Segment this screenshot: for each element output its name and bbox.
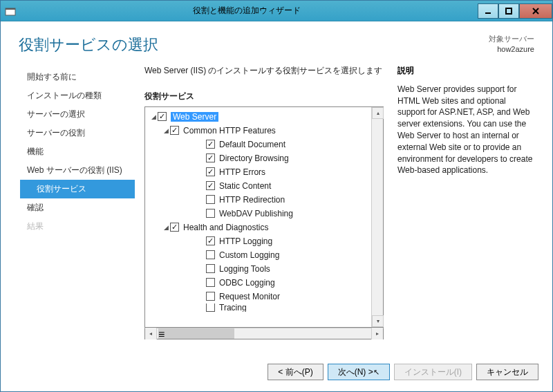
checkbox[interactable]: ✓ xyxy=(170,126,179,135)
expander-icon[interactable]: ◢ xyxy=(149,113,158,120)
tree-node-label[interactable]: HTTP Redirection xyxy=(219,195,285,205)
window-buttons xyxy=(478,3,552,19)
checkbox[interactable]: ✓ xyxy=(158,112,167,121)
description-body: Web Server provides support for HTML Web… xyxy=(397,84,536,176)
tree-node-label[interactable]: Default Document xyxy=(219,140,285,149)
roles-heading: 役割サービス xyxy=(144,91,384,102)
tree-row[interactable]: WebDAV Publishing xyxy=(145,207,371,221)
titlebar: 役割と機能の追加ウィザード xyxy=(1,1,552,21)
tree-node-label[interactable]: Request Monitor xyxy=(219,292,280,301)
tree-node-label[interactable]: Directory Browsing xyxy=(219,153,289,163)
scroll-left-arrow[interactable]: ◂ xyxy=(145,328,157,339)
tree-node-label[interactable]: Static Content xyxy=(219,181,271,191)
tree-row[interactable]: ✓HTTP Errors xyxy=(145,165,371,179)
cursor-icon: ↖ xyxy=(373,368,379,376)
button-row: < 前へ(P) 次へ(N) >↖ インストール(I) キャンセル xyxy=(1,357,552,391)
checkbox[interactable]: ✓ xyxy=(170,223,179,232)
checkbox[interactable]: ✓ xyxy=(206,167,215,176)
tree-row[interactable]: ◢✓Health and Diagnostics xyxy=(145,221,371,234)
close-button[interactable] xyxy=(519,3,552,19)
tree-row[interactable]: Request Monitor xyxy=(145,290,371,304)
window-title: 役割と機能の追加ウィザード xyxy=(16,5,478,17)
sidebar-item[interactable]: 機能 xyxy=(17,142,135,161)
roles-tree-box: ◢✓Web Server◢✓Common HTTP Features✓Defau… xyxy=(144,106,384,328)
sidebar-item[interactable]: 開始する前に xyxy=(17,68,135,86)
tree-row[interactable]: ◢✓Web Server xyxy=(145,110,371,124)
vertical-scrollbar[interactable]: ▴ ▾ xyxy=(371,107,383,327)
expander-icon[interactable]: ◢ xyxy=(162,127,170,134)
description-column: 説明 Web Server provides support for HTML … xyxy=(397,65,536,357)
checkbox[interactable] xyxy=(206,304,215,312)
tree-row[interactable]: ODBC Logging xyxy=(145,276,371,290)
expander-icon[interactable]: ◢ xyxy=(162,224,170,231)
tree-node-label[interactable]: Logging Tools xyxy=(219,264,270,274)
target-server-label: 対象サーバー xyxy=(489,34,534,44)
scroll-up-arrow[interactable]: ▴ xyxy=(372,107,384,119)
tree-row[interactable]: HTTP Redirection xyxy=(145,193,371,207)
checkbox[interactable] xyxy=(206,195,215,204)
target-server-block: 対象サーバー how2azure xyxy=(489,34,534,55)
cancel-button[interactable]: キャンセル xyxy=(476,364,538,380)
prev-button[interactable]: < 前へ(P) xyxy=(268,364,323,380)
next-button[interactable]: 次へ(N) >↖ xyxy=(328,364,390,380)
scroll-down-arrow[interactable]: ▾ xyxy=(372,315,384,327)
tree-node-label[interactable]: Custom Logging xyxy=(219,250,279,260)
tree-row[interactable]: ✓HTTP Logging xyxy=(145,234,371,248)
checkbox[interactable]: ✓ xyxy=(206,236,215,245)
scroll-right-arrow[interactable]: ▸ xyxy=(371,328,383,339)
checkbox[interactable]: ✓ xyxy=(206,181,215,190)
tree-node-label[interactable]: HTTP Logging xyxy=(219,236,272,246)
header-row: 役割サービスの選択 対象サーバー how2azure xyxy=(1,21,552,65)
sidebar-item[interactable]: サーバーの選択 xyxy=(17,105,135,124)
target-server-name: how2azure xyxy=(489,44,534,55)
checkbox[interactable] xyxy=(206,250,215,259)
instruction-text: Web Server (IIS) のインストールする役割サービスを選択します xyxy=(144,65,384,77)
tree-node-label[interactable]: Common HTTP Features xyxy=(183,126,276,136)
checkbox[interactable] xyxy=(206,209,215,218)
body: 役割サービスの選択 対象サーバー how2azure 開始する前にインストールの… xyxy=(1,21,552,391)
checkbox[interactable] xyxy=(206,292,215,301)
horizontal-scrollbar[interactable]: ◂ ≡ ▸ xyxy=(144,328,384,339)
maximize-button[interactable] xyxy=(498,3,519,19)
tree-row[interactable]: ◢✓Common HTTP Features xyxy=(145,124,371,138)
scroll-thumb[interactable]: ≡ xyxy=(158,328,234,339)
checkbox[interactable]: ✓ xyxy=(206,140,215,149)
wizard-window: 役割と機能の追加ウィザード 役割サービスの選択 対象サーバー how2azure… xyxy=(0,0,553,392)
install-button: インストール(I) xyxy=(394,364,472,380)
tree-node-label[interactable]: Tracing xyxy=(219,304,247,312)
checkbox[interactable] xyxy=(206,278,215,287)
checkbox[interactable] xyxy=(206,264,215,273)
tree-row[interactable]: Custom Logging xyxy=(145,248,371,262)
minimize-button[interactable] xyxy=(478,3,498,19)
sidebar-item[interactable]: Web サーバーの役割 (IIS) xyxy=(17,161,135,180)
roles-tree[interactable]: ◢✓Web Server◢✓Common HTTP Features✓Defau… xyxy=(145,107,371,327)
tree-node-label[interactable]: WebDAV Publishing xyxy=(219,209,293,218)
tree-node-label[interactable]: Web Server xyxy=(171,112,218,122)
page-title: 役割サービスの選択 xyxy=(19,35,158,55)
sidebar-item[interactable]: 役割サービス xyxy=(20,180,135,198)
app-icon xyxy=(5,6,16,16)
wizard-sidebar: 開始する前にインストールの種類サーバーの選択サーバーの役割機能Web サーバーの… xyxy=(17,65,135,357)
sidebar-item[interactable]: 確認 xyxy=(17,198,135,217)
tree-node-label[interactable]: ODBC Logging xyxy=(219,278,275,288)
sidebar-item[interactable]: サーバーの役割 xyxy=(17,124,135,142)
tree-row[interactable]: ✓Static Content xyxy=(145,179,371,193)
svg-rect-1 xyxy=(6,8,15,10)
tree-node-label[interactable]: Health and Diagnostics xyxy=(183,223,268,232)
tree-row[interactable]: Tracing xyxy=(145,304,371,312)
tree-row[interactable]: ✓Directory Browsing xyxy=(145,151,371,165)
center-column: Web Server (IIS) のインストールする役割サービスを選択します 役… xyxy=(135,65,397,357)
checkbox[interactable]: ✓ xyxy=(206,153,215,162)
tree-row[interactable]: ✓Default Document xyxy=(145,138,371,151)
tree-row[interactable]: Logging Tools xyxy=(145,262,371,276)
sidebar-item[interactable]: インストールの種類 xyxy=(17,86,135,105)
description-heading: 説明 xyxy=(397,65,536,77)
main-row: 開始する前にインストールの種類サーバーの選択サーバーの役割機能Web サーバーの… xyxy=(1,65,552,357)
sidebar-item: 結果 xyxy=(17,217,135,236)
svg-rect-3 xyxy=(506,8,512,14)
tree-node-label[interactable]: HTTP Errors xyxy=(219,167,265,177)
